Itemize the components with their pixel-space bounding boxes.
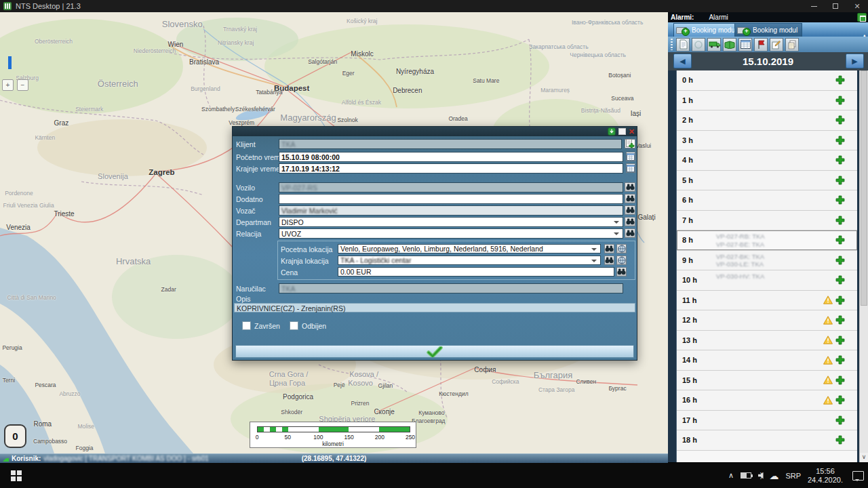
edit-button[interactable] — [770, 38, 783, 52]
hour-row-18h[interactable]: 18 h — [677, 430, 857, 451]
zavrsen-checkbox-box[interactable] — [242, 321, 251, 330]
add-booking-icon[interactable] — [835, 336, 845, 345]
panel-maximize-icon[interactable] — [857, 13, 867, 22]
hour-row-13h[interactable]: 13 h — [677, 331, 857, 351]
cena-input[interactable]: 0.00 EUR — [338, 267, 614, 277]
dialog-restore-icon[interactable] — [618, 128, 626, 135]
scrollbar-thumb[interactable] — [861, 70, 867, 306]
tab-booking-modul-1[interactable]: Booking modul — [673, 23, 741, 37]
hour-row-9h[interactable]: 9 hVP-027-BK: TKAVP-030-LE: TKA — [677, 251, 857, 271]
add-booking-icon[interactable] — [835, 136, 845, 145]
minimize-button[interactable] — [803, 0, 825, 12]
tray-expand-icon[interactable]: ∧ — [728, 471, 734, 480]
hour-row-4h[interactable]: 4 h — [677, 150, 857, 171]
onedrive-icon[interactable]: ☁ — [769, 470, 778, 481]
departman-select[interactable]: DISPO — [279, 217, 623, 227]
pocetna-globe-button[interactable] — [616, 244, 627, 253]
departman-search-button[interactable] — [625, 217, 635, 226]
add-booking-icon[interactable] — [835, 296, 845, 305]
hour-row-1h[interactable]: 1 h — [677, 91, 857, 111]
start-button[interactable] — [0, 463, 33, 488]
add-booking-icon[interactable] — [835, 275, 845, 285]
alarm-tab[interactable]: Alarmi — [709, 14, 728, 21]
opis-input[interactable]: KOPRIVNICE(CZ) - Zrenjanin(RS) — [234, 303, 635, 312]
refresh-button[interactable] — [692, 38, 705, 52]
pocetna-lokacija-select[interactable]: Venlo, Europaweg, Venlo, Limburg, Nederl… — [338, 244, 601, 253]
hour-list-scrollbar[interactable]: ∨ — [859, 70, 868, 462]
hour-row-2h[interactable]: 2 h — [677, 110, 857, 131]
odbijen-checkbox[interactable]: Odbijen — [290, 321, 326, 330]
zero-badge[interactable]: 0 — [4, 424, 26, 448]
truck-button[interactable] — [707, 38, 721, 52]
dodatno-input[interactable] — [279, 194, 623, 204]
vozac-field[interactable]: Vladimir Marković — [279, 205, 623, 216]
hour-row-7h[interactable]: 7 h — [677, 211, 857, 231]
toolbar-grip[interactable] — [671, 39, 673, 50]
map-zoom-out-button[interactable]: − — [17, 79, 28, 91]
krajnja-globe-button[interactable] — [616, 256, 627, 265]
pocetno-calendar-button[interactable] — [626, 152, 635, 161]
krajnja-lokacija-select[interactable]: TKA - Logistički centar — [338, 256, 601, 265]
vozac-search-button[interactable] — [625, 205, 635, 215]
tab-booking-modul-2[interactable]: Booking modul — [734, 23, 802, 37]
add-booking-icon[interactable] — [835, 176, 845, 185]
odbijen-checkbox-box[interactable] — [290, 321, 298, 330]
add-booking-icon[interactable] — [835, 315, 845, 325]
hour-row-0h[interactable]: 0 h — [677, 70, 857, 91]
cena-search-button[interactable] — [616, 267, 627, 277]
add-booking-icon[interactable] — [835, 435, 845, 445]
calendar-table-button[interactable] — [738, 38, 752, 52]
add-booking-icon[interactable] — [835, 256, 845, 265]
hour-row-6h[interactable]: 6 h — [677, 190, 857, 211]
close-button[interactable]: ✕ — [846, 0, 868, 12]
hour-row-5h[interactable]: 5 h — [677, 171, 857, 191]
dialog-close-icon[interactable]: ✕ — [629, 128, 635, 135]
krajnje-vreme-input[interactable]: 17.10.19 14:13:12 — [279, 163, 623, 174]
klijent-add-button[interactable] — [625, 139, 635, 148]
map-zoom-in-button[interactable]: + — [2, 79, 14, 91]
confirm-button[interactable] — [235, 345, 634, 358]
add-booking-icon[interactable] — [835, 375, 845, 385]
maximize-button[interactable] — [825, 0, 846, 12]
krajnje-calendar-button[interactable] — [626, 163, 635, 173]
hour-row-15h[interactable]: 15 h — [677, 371, 857, 391]
hour-row-17h[interactable]: 17 h — [677, 411, 857, 431]
flag-button[interactable] — [754, 38, 768, 52]
hour-row-14h[interactable]: 14 h — [677, 350, 857, 371]
hour-row-11h[interactable]: 11 h — [677, 291, 857, 311]
battery-icon[interactable] — [741, 472, 751, 479]
add-booking-icon[interactable] — [835, 355, 845, 365]
add-booking-icon[interactable] — [835, 235, 845, 245]
hour-row-10h[interactable]: 10 hVP-030-HV: TKA — [677, 270, 857, 291]
add-booking-icon[interactable] — [835, 75, 845, 85]
add-booking-icon[interactable] — [835, 395, 845, 405]
pocetno-vreme-input[interactable]: 15.10.19 08:00:00 — [279, 152, 623, 162]
hour-row-12h[interactable]: 12 h — [677, 310, 857, 331]
ledger-button[interactable] — [723, 38, 736, 52]
copy-button[interactable] — [785, 38, 799, 52]
hour-row-16h[interactable]: 16 h — [677, 390, 857, 411]
add-booking-icon[interactable] — [835, 195, 845, 205]
notifications-icon[interactable] — [852, 471, 864, 481]
krajnja-search-button[interactable] — [604, 256, 614, 265]
export-icon[interactable] — [608, 127, 616, 136]
relacija-select[interactable]: UVOZ — [279, 228, 623, 239]
language-indicator[interactable]: SRP — [785, 472, 801, 480]
relacija-search-button[interactable] — [625, 228, 635, 238]
add-booking-icon[interactable] — [835, 216, 845, 225]
add-booking-icon[interactable] — [835, 415, 845, 425]
pocetna-search-button[interactable] — [604, 244, 614, 253]
hour-row-8h[interactable]: 8 hVP-027-RB: TKAVP-027-BE: TKA — [677, 230, 857, 251]
clock[interactable]: 15:56 24.4.2020. — [808, 467, 843, 485]
add-booking-icon[interactable] — [835, 115, 845, 125]
volume-icon[interactable]: ) — [758, 472, 762, 479]
next-day-button[interactable]: ▶ — [846, 54, 864, 68]
zavrsen-checkbox[interactable]: Završen — [242, 321, 280, 330]
vozilo-search-button[interactable] — [625, 182, 635, 192]
hour-row-3h[interactable]: 3 h — [677, 131, 857, 151]
new-document-button[interactable] — [676, 38, 690, 52]
add-booking-icon[interactable] — [835, 155, 845, 165]
add-booking-icon[interactable] — [835, 96, 845, 105]
dodatno-search-button[interactable] — [625, 194, 635, 203]
scrollbar-down-arrow[interactable]: ∨ — [860, 453, 868, 462]
